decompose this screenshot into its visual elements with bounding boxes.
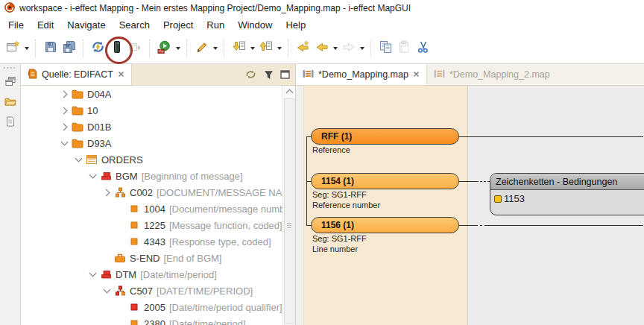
new-wizard-dropdown[interactable] (22, 39, 31, 58)
menu-window[interactable]: Window (231, 18, 279, 32)
as400-server-button[interactable] (107, 39, 126, 58)
export-map-button[interactable] (126, 39, 145, 58)
save-button[interactable] (41, 39, 60, 58)
tree-row-2005[interactable]: 2005[Date/time/period qualifier] (21, 299, 282, 315)
tree-item-description: [Date/time/period qualifier] (169, 302, 282, 313)
open-folder-icon[interactable] (4, 96, 16, 110)
checkin-document-button[interactable] (230, 39, 248, 58)
menu-edit[interactable]: Edit (31, 18, 60, 32)
editor-tab-2[interactable]: *Demo_Mapping_2.map (427, 64, 557, 85)
tree-row-c507[interactable]: C507[DATE/TIME/PERIOD] (21, 283, 282, 299)
message-icon (84, 154, 99, 165)
segment-node-label: 1154 (1) (321, 176, 354, 186)
chevron-collapsed-icon[interactable] (101, 190, 113, 195)
close-icon[interactable] (118, 69, 124, 80)
tree-row-bgm[interactable]: BGM[Beginning of message] (21, 168, 282, 184)
run-dropdown[interactable] (174, 39, 182, 58)
toolbar-separator (288, 40, 289, 57)
scrollbar-thumb[interactable] (284, 98, 294, 324)
paste-button[interactable] (395, 39, 414, 58)
menu-run[interactable]: Run (200, 18, 231, 32)
condition-item-label: 1153 (504, 193, 525, 204)
document-icon[interactable] (6, 116, 15, 130)
strip-grip: •••• (4, 66, 17, 69)
chevron-expanded-icon[interactable] (101, 289, 113, 292)
segment-node-sublabel: Reference (312, 145, 350, 154)
new-wizard-icon (6, 40, 20, 57)
chevron-collapsed-icon[interactable] (58, 108, 70, 113)
editor-tab-1[interactable]: *Demo_Mapping.map (296, 64, 427, 85)
folder-icon (70, 89, 85, 99)
highlighter-pen-button[interactable] (192, 39, 211, 58)
tree-scrollbar[interactable] (282, 86, 295, 325)
segment-node-rff[interactable]: RFF (1) (311, 128, 459, 145)
tab-quelle-edifact[interactable]: Quelle: EDIFACT (21, 64, 132, 85)
scrollbar-grip (287, 223, 291, 230)
filter-icon[interactable] (264, 70, 274, 80)
highlighter-pen-dropdown[interactable] (211, 39, 219, 58)
tree-row-s-end[interactable]: S-END[End of BGM] (21, 250, 282, 266)
forward-history-dropdown[interactable] (358, 39, 366, 58)
segment-end-icon (113, 253, 127, 263)
new-wizard-button[interactable] (4, 39, 22, 58)
tree-row-4343[interactable]: 4343[Response type, coded] (21, 233, 282, 250)
tree-row-dtm[interactable]: DTM[Date/time/period] (21, 266, 282, 283)
menu-project[interactable]: Project (157, 18, 200, 32)
tree-item-label: C002 (130, 187, 153, 198)
menu-file[interactable]: File (1, 18, 31, 32)
toolbar-separator (224, 40, 225, 57)
tree-row-1004[interactable]: 1004[Document/message number] (21, 201, 282, 217)
scrollbar-up-arrow[interactable] (283, 86, 295, 97)
tree-row-d93a[interactable]: D93A (21, 135, 282, 151)
condition-item-1153[interactable]: 1153 (490, 190, 644, 204)
checkout-document-button[interactable] (256, 39, 275, 58)
segment-node-1154[interactable]: 1154 (1) (311, 173, 459, 189)
tree-row-c002[interactable]: C002[DOCUMENT/MESSAGE NAME] (21, 184, 282, 201)
tree-item-label: 10 (87, 105, 98, 116)
edifact-source-icon (28, 69, 37, 81)
tree-row-d04a[interactable]: D04A (21, 86, 282, 102)
chevron-expanded-icon[interactable] (86, 174, 98, 177)
checkin-document-dropdown[interactable] (248, 39, 256, 58)
refresh-icon[interactable] (244, 69, 257, 80)
tree-item-description: [DOCUMENT/MESSAGE NAME] (157, 187, 282, 198)
back-history-icon (315, 40, 329, 57)
paste-icon (398, 40, 411, 57)
menu-navigate[interactable]: Navigate (60, 18, 112, 32)
tree-row-d01b[interactable]: D01B (21, 119, 282, 135)
chevron-collapsed-icon[interactable] (58, 92, 70, 97)
forward-history-button[interactable] (339, 39, 358, 58)
chevron-expanded-icon[interactable] (58, 142, 70, 145)
close-icon[interactable] (413, 69, 420, 80)
tree-item-label: 1004 (144, 203, 165, 215)
sync-transfer-button[interactable] (89, 39, 107, 58)
run-button[interactable] (155, 39, 174, 58)
checkout-document-dropdown[interactable] (275, 39, 283, 58)
cut-button[interactable] (414, 39, 432, 58)
restore-view-icon[interactable] (5, 76, 16, 89)
editor-panel: *Demo_Mapping.map*Demo_Mapping_2.map RFF… (296, 64, 644, 325)
menu-help[interactable]: Help (279, 18, 312, 32)
chevron-expanded-icon[interactable] (72, 158, 84, 161)
tree-row-1225[interactable]: 1225[Message function, coded] (21, 217, 282, 233)
tree-row-2380[interactable]: 2380[Date/time/period] (21, 315, 282, 325)
view-actions (244, 64, 295, 85)
segment-node-1156[interactable]: 1156 (1) (311, 217, 459, 233)
condition-box[interactable]: Zeichenketten - Bedingungen 1153 (490, 173, 644, 215)
composite-red-icon (113, 285, 127, 296)
menu-search[interactable]: Search (113, 18, 157, 32)
back-last-edit-button[interactable] (294, 39, 312, 58)
source-panel: Quelle: EDIFACT D04A10D01BD93AORDERSBGM[… (21, 64, 296, 325)
chevron-expanded-icon[interactable] (86, 273, 98, 276)
copy-button[interactable] (376, 39, 395, 58)
segment-node-sublabel: Seg: SG1-RFF (312, 234, 367, 243)
chevron-collapsed-icon[interactable] (58, 124, 70, 130)
toolbar-separator (186, 40, 188, 57)
save-all-button[interactable] (60, 39, 78, 58)
back-history-button[interactable] (312, 39, 331, 58)
tree-row-orders[interactable]: ORDERS (21, 151, 282, 168)
toolbar-group (40, 39, 80, 58)
maximize-icon[interactable] (280, 70, 290, 79)
back-history-dropdown[interactable] (331, 39, 339, 58)
tree-row-10[interactable]: 10 (21, 102, 282, 119)
